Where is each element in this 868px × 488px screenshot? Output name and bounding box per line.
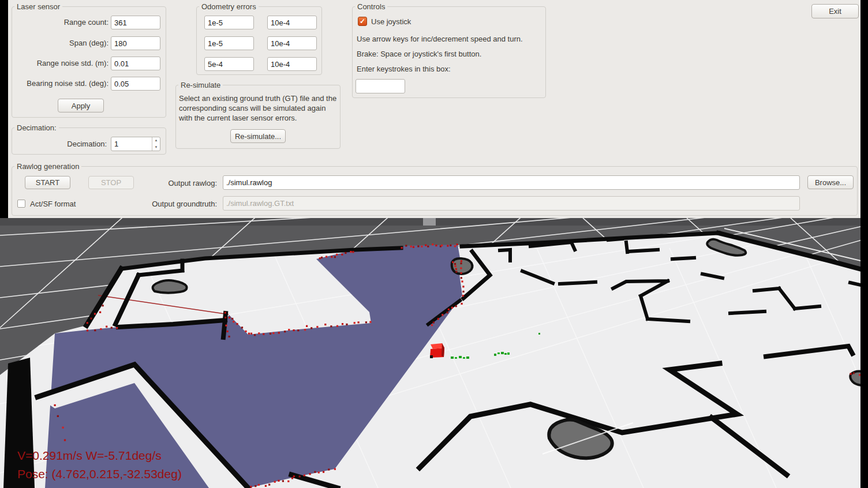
spin-up-icon[interactable]: ▲ — [152, 137, 160, 144]
spin-down-icon[interactable]: ▼ — [152, 144, 160, 151]
resimulate-title: Re-simulate — [178, 81, 223, 89]
exit-button[interactable]: Exit — [811, 4, 859, 18]
simulator-window: Laser sensor Range count: Span (deg): Ra… — [0, 0, 868, 488]
use-joystick-checkbox[interactable]: ✓ — [358, 17, 367, 26]
rawlog-generation-title: Rawlog generation — [14, 162, 81, 171]
odometry-error-field-2[interactable] — [267, 16, 317, 29]
hud-pose: Pose: (4.762,0.215,-32.53deg) — [17, 467, 182, 481]
resimulate-description: Select an existing ground truth (GT) fil… — [179, 93, 337, 123]
robot — [430, 343, 444, 358]
odometry-error-field-1[interactable] — [204, 16, 254, 29]
actsf-label: Act/SF format — [30, 200, 76, 208]
check-icon: ✓ — [360, 17, 365, 25]
actsf-checkbox[interactable] — [17, 200, 25, 208]
browse-button[interactable]: Browse... — [807, 175, 854, 189]
decimation-stepper[interactable]: ▲▼ — [152, 137, 160, 151]
output-groundtruth-label: Output groundtruth: — [103, 200, 217, 208]
bearing-noise-field[interactable] — [111, 77, 160, 91]
controls-line3: Enter keystrokes in this box: — [357, 65, 451, 73]
decimation-title: Decimation: — [14, 123, 59, 132]
controls-line2: Brake: Space or joystick's first button. — [357, 50, 481, 58]
odometry-error-field-4[interactable] — [267, 36, 317, 50]
start-button[interactable]: START — [25, 176, 70, 189]
laser-sensor-title: Laser sensor — [14, 2, 62, 11]
controls-line1: Use arrow keys for inc/decrement speed a… — [357, 35, 523, 43]
odometry-error-field-3[interactable] — [204, 36, 254, 50]
right-edge-bar — [860, 0, 868, 488]
span-field[interactable] — [111, 36, 160, 50]
bearing-noise-label: Bearing noise std. (deg): — [12, 79, 108, 88]
range-count-field[interactable] — [111, 16, 160, 29]
odometry-error-field-6[interactable] — [267, 57, 317, 71]
span-label: Span (deg): — [12, 39, 108, 47]
odometry-errors-title: Odometry errors — [199, 2, 259, 11]
keystroke-input[interactable] — [356, 79, 405, 93]
range-noise-label: Range noise std. (m): — [12, 59, 108, 67]
simulator-3d-view[interactable]: V=0.291m/s W=-5.71deg/s Pose: (4.762,0.2… — [0, 218, 868, 488]
resimulate-button[interactable]: Re-simulate... — [230, 129, 286, 143]
left-edge-bar — [0, 0, 8, 218]
output-groundtruth-field — [223, 196, 800, 211]
range-noise-field[interactable] — [111, 57, 160, 70]
output-rawlog-field[interactable] — [223, 175, 800, 190]
odometry-error-field-5[interactable] — [204, 57, 254, 71]
output-rawlog-label: Output rawlog: — [103, 179, 217, 187]
range-count-label: Range count: — [12, 18, 108, 27]
apply-button[interactable]: Apply — [58, 99, 104, 112]
hud-velocity: V=0.291m/s W=-5.71deg/s — [17, 449, 162, 462]
use-joystick-label: Use joystick — [371, 17, 411, 26]
controls-title: Controls — [355, 2, 387, 11]
viewport-top-tab — [423, 218, 436, 226]
decimation-label: Decimation: — [23, 140, 107, 148]
